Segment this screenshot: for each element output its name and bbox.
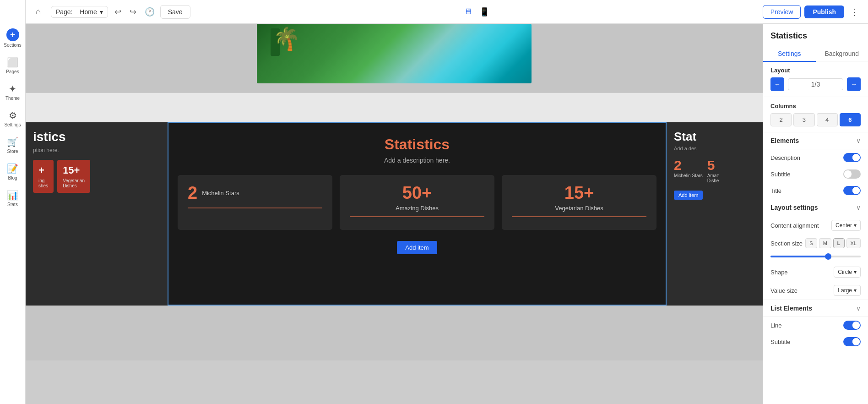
history-button[interactable]: 🕐 — [142, 5, 157, 19]
layout-next-button[interactable]: → — [847, 77, 861, 91]
value-size-label: Value size — [770, 287, 797, 294]
white-divider-section — [26, 93, 763, 122]
right-panel-title: Statistics — [763, 24, 868, 41]
ghost-right-stat2: 5 AmazDishe — [707, 158, 719, 183]
save-button[interactable]: Save — [160, 5, 190, 19]
value-size-dropdown-arrow-icon: ▾ — [854, 287, 857, 294]
ghost-right-stat1: 2 Michelin Stars — [674, 158, 703, 183]
size-s-button[interactable]: S — [805, 238, 817, 248]
stat-card-2[interactable]: 50+ Amazing Dishes — [340, 175, 494, 230]
elements-header[interactable]: Elements ∨ — [763, 132, 868, 149]
canvas-scroll[interactable]: 🌴 istics ption here. + ingshes — [26, 24, 763, 404]
content-alignment-dropdown[interactable]: Center ▾ — [831, 220, 861, 231]
main-layout: 🌴 istics ption here. + ingshes — [26, 24, 868, 404]
hero-image: 🌴 — [257, 24, 532, 83]
device-toggle: 🖥 📱 — [462, 5, 491, 19]
col3-button[interactable]: 3 — [793, 113, 814, 126]
description-toggle[interactable] — [843, 153, 861, 162]
description-label: Description — [770, 154, 800, 161]
add-section-icon: + — [6, 28, 19, 41]
sidebar-settings-label: Settings — [4, 122, 21, 127]
stat3-label: Vegetarian Dishes — [555, 205, 603, 212]
top-bar-actions: ↩ ↪ 🕐 Save — [112, 5, 190, 19]
pages-icon: ⬜ — [7, 57, 18, 68]
more-options-button[interactable]: ⋮ — [848, 5, 861, 19]
size-m-button[interactable]: M — [819, 238, 831, 248]
title-row: Title — [763, 182, 868, 199]
ghost-num-1: + — [38, 164, 48, 176]
preview-button[interactable]: Preview — [763, 5, 801, 19]
add-item-button[interactable]: Add item — [397, 241, 437, 254]
tab-settings[interactable]: Settings — [763, 46, 816, 62]
shape-dropdown[interactable]: Circle ▾ — [834, 267, 861, 278]
elements-chevron-icon: ∨ — [856, 137, 861, 144]
sidebar-item-settings[interactable]: ⚙ Settings — [0, 105, 25, 132]
mobile-button[interactable]: 📱 — [477, 5, 491, 19]
stat2-label: Amazing Dishes — [396, 205, 439, 212]
elements-label: Elements — [770, 137, 799, 144]
sidebar-stats-label: Stats — [7, 202, 18, 207]
shape-value: Circle — [838, 269, 852, 275]
stat-card-1[interactable]: 2 Michelin Stars — [178, 175, 332, 230]
col2-button[interactable]: 2 — [770, 113, 792, 126]
section-size-slider[interactable] — [770, 256, 861, 257]
stat-card-3[interactable]: 15+ Vegetarian Dishes — [502, 175, 656, 230]
sidebar-item-stats[interactable]: 📊 Stats — [0, 185, 25, 212]
layout-settings-label: Layout settings — [770, 204, 818, 211]
chevron-down-icon: ▾ — [100, 8, 103, 16]
sidebar-item-blog[interactable]: 📝 Blog — [0, 158, 25, 185]
stats-icon: 📊 — [7, 190, 18, 201]
center-stats-panel: Statistics Add a description here. 2 Mic… — [168, 122, 667, 306]
stat1-label: Michelin Stars — [202, 190, 239, 197]
shape-label: Shape — [770, 269, 788, 276]
bottom-section — [26, 306, 763, 360]
columns-label: Columns — [770, 103, 861, 109]
sidebar-sections-label: Sections — [4, 43, 21, 48]
size-l-button[interactable]: L — [833, 238, 845, 248]
section-size-label: Section size — [770, 240, 803, 247]
ghost-card-1: + ingshes — [33, 160, 54, 193]
statistics-section: istics ption here. + ingshes 15+ Vegetar… — [26, 122, 763, 306]
ghost-left-title: istics — [33, 130, 160, 144]
line-label: Line — [770, 322, 782, 329]
subtitle-list-label: Subtitle — [770, 338, 790, 345]
ghost-label-1: ingshes — [38, 178, 48, 188]
subtitle-toggle[interactable] — [843, 169, 861, 179]
col4-button[interactable]: 4 — [817, 113, 838, 126]
dropdown-arrow-icon: ▾ — [854, 222, 857, 229]
size-xl-button[interactable]: XL — [846, 238, 861, 248]
page-name: Home — [80, 8, 97, 16]
left-sidebar: + Sections ⬜ Pages ✦ Theme ⚙ Settings 🛒 … — [0, 0, 26, 404]
subtitle-list-toggle[interactable] — [843, 337, 861, 346]
layout-section: Layout ← 1/3 → — [763, 61, 868, 97]
sidebar-item-sections[interactable]: + Sections — [0, 24, 25, 52]
stat2-number: 50+ — [402, 183, 432, 203]
home-button[interactable]: ⌂ — [33, 5, 43, 18]
tab-background[interactable]: Background — [816, 46, 868, 62]
content-alignment-value: Center — [835, 222, 852, 229]
value-size-value: Large — [838, 287, 852, 294]
settings-icon: ⚙ — [9, 110, 17, 121]
sidebar-item-pages[interactable]: ⬜ Pages — [0, 52, 25, 79]
stat1-number: 2 — [188, 183, 197, 203]
sidebar-item-store[interactable]: 🛒 Store — [0, 132, 25, 158]
line-toggle[interactable] — [843, 321, 861, 330]
ghost-right-desc: Add a des — [674, 146, 755, 151]
line-row: Line — [763, 317, 868, 333]
layout-settings-header[interactable]: Layout settings ∨ — [763, 199, 868, 216]
ghost-add-item-button[interactable]: Add item — [674, 191, 703, 200]
col6-button[interactable]: 6 — [840, 113, 861, 126]
layout-prev-button[interactable]: ← — [770, 77, 784, 91]
sidebar-item-theme[interactable]: ✦ Theme — [0, 79, 25, 105]
subtitle-row: Subtitle — [763, 166, 868, 182]
page-selector[interactable]: Page: Home ▾ — [51, 6, 108, 18]
publish-button[interactable]: Publish — [804, 5, 844, 18]
redo-button[interactable]: ↪ — [127, 5, 139, 19]
right-ghost-panel: Stat Add a des 2 Michelin Stars 5 AmazDi… — [667, 122, 763, 306]
right-panel: Statistics Settings Background Layout ← … — [763, 24, 868, 404]
title-toggle[interactable] — [843, 186, 861, 195]
desktop-button[interactable]: 🖥 — [462, 5, 474, 18]
value-size-dropdown[interactable]: Large ▾ — [834, 285, 861, 296]
undo-button[interactable]: ↩ — [112, 5, 124, 19]
list-elements-header[interactable]: List Elements ∨ — [763, 300, 868, 317]
